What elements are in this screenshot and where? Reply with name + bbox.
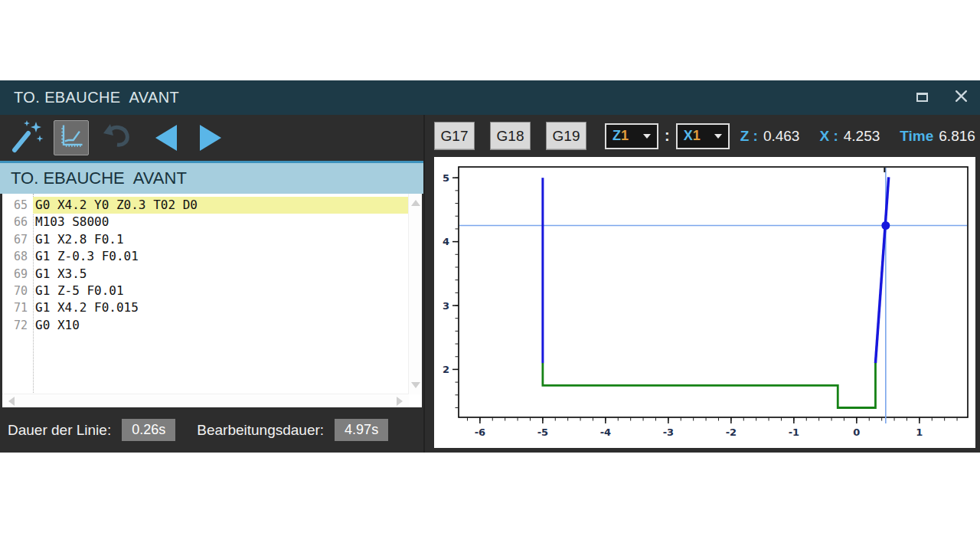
plot-border [459, 167, 968, 417]
x-tick-label: -2 [726, 427, 737, 438]
x-tick-label: 0 [853, 427, 860, 438]
code-line[interactable]: 66M103 S8000 [2, 214, 409, 230]
window-title: TO. EBAUCHE AVANT [14, 89, 179, 106]
z-position-readout: Z : 0.463 [740, 128, 800, 145]
gcode-text: G1 X3.5 [33, 266, 409, 283]
close-icon [955, 90, 968, 106]
editor-panel: TO. EBAUCHE AVANT 65G0 X4.2 Y0 Z0.3 T02 … [0, 115, 423, 453]
y-tick-label: 4 [443, 236, 449, 247]
vertical-scrollbar[interactable] [408, 194, 422, 394]
scroll-up-icon[interactable] [411, 200, 420, 206]
editor-toolbar [0, 115, 423, 161]
toolpath-chart[interactable]: -6-5-4-3-2-1012345 [434, 157, 975, 448]
scroll-right-icon[interactable] [397, 397, 403, 406]
magic-wand-button[interactable] [9, 119, 44, 157]
line-number: 68 [2, 248, 33, 265]
x-tick-label: 1 [916, 427, 923, 438]
x-tick-label: -4 [600, 427, 611, 438]
undo-button[interactable] [98, 119, 133, 157]
line-number: 67 [2, 231, 33, 248]
next-line-icon [200, 125, 221, 151]
line-duration-value: 0.26s [122, 419, 175, 441]
previous-line-button[interactable] [149, 119, 184, 157]
code-line[interactable]: 68G1 Z-0.3 F0.01 [2, 248, 409, 265]
code-line[interactable]: 71G1 X4.2 F0.015 [2, 299, 409, 316]
code-line[interactable]: 69G1 X3.5 [2, 266, 409, 283]
code-line[interactable]: 67G1 X2.8 F0.1 [2, 231, 409, 248]
viewer-toolbar: G17 G18 G19 Z1 : X1 Z : 0.463 [425, 115, 980, 157]
chart-view-button[interactable] [54, 120, 89, 155]
status-bar: Dauer der Linie: 0.26s Bearbeitungsdauer… [0, 407, 423, 453]
x-axis-select[interactable]: X1 [676, 123, 730, 149]
restore-icon [916, 90, 929, 106]
y-tick-label: 5 [443, 172, 449, 184]
gcode-editor[interactable]: 65G0 X4.2 Y0 Z0.3 T02 D066M103 S800067G1… [2, 194, 422, 407]
undo-icon [99, 119, 132, 156]
restore-button[interactable] [914, 90, 931, 106]
x-tick-label: -5 [537, 427, 548, 438]
y-tick-label: 2 [443, 364, 449, 375]
x-position-readout: X : 4.253 [819, 128, 880, 145]
chevron-down-icon [643, 134, 651, 139]
title-bar: TO. EBAUCHE AVANT [0, 80, 980, 115]
x-tick-label: -3 [663, 427, 674, 438]
plane-button-g17[interactable]: G17 [434, 122, 475, 150]
axis-separator: : [665, 127, 670, 145]
gcode-text: G1 Z-5 F0.01 [33, 283, 409, 299]
total-duration-value: 4.97s [335, 419, 388, 441]
scroll-down-icon[interactable] [411, 382, 420, 388]
plane-button-g19[interactable]: G19 [546, 122, 586, 150]
code-line[interactable]: 70G1 Z-5 F0.01 [2, 283, 409, 299]
window-controls [914, 80, 969, 115]
gcode-text: G0 X10 [33, 317, 409, 334]
gcode-text: G1 X2.8 F0.1 [33, 231, 409, 248]
line-duration-label: Dauer der Linie: [8, 422, 111, 439]
line-number: 70 [2, 283, 33, 299]
program-title: TO. EBAUCHE AVANT [11, 168, 187, 188]
chart-view-icon [56, 121, 87, 155]
y-tick-label: 3 [443, 300, 449, 312]
line-number: 72 [2, 317, 33, 334]
x-tick-label: -6 [475, 427, 485, 438]
scroll-left-icon[interactable] [8, 397, 15, 406]
code-line[interactable]: 72G0 X10 [2, 317, 409, 334]
code-line[interactable]: 65G0 X4.2 Y0 Z0.3 T02 D0 [2, 197, 409, 214]
gcode-text: G1 X4.2 F0.015 [33, 299, 409, 316]
line-number: 71 [2, 299, 33, 316]
program-header: TO. EBAUCHE AVANT [0, 161, 423, 194]
gcode-text: M103 S8000 [33, 214, 409, 230]
line-number: 65 [2, 197, 33, 214]
viewer-panel: G17 G18 G19 Z1 : X1 Z : 0.463 [423, 115, 980, 453]
code-area[interactable]: 65G0 X4.2 Y0 Z0.3 T02 D066M103 S800067G1… [2, 194, 409, 394]
desktop: TO. EBAUCHE AVANT [0, 0, 980, 536]
window-body: TO. EBAUCHE AVANT 65G0 X4.2 Y0 Z0.3 T02 … [0, 115, 980, 453]
next-line-button[interactable] [193, 119, 228, 157]
line-number: 66 [2, 214, 33, 230]
x-tick-label: -1 [789, 427, 799, 438]
line-number: 69 [2, 266, 33, 283]
close-button[interactable] [952, 90, 969, 106]
gcode-text: G0 X4.2 Y0 Z0.3 T02 D0 [33, 197, 409, 214]
plane-button-g18[interactable]: G18 [490, 122, 531, 150]
previous-line-icon [155, 125, 177, 151]
time-readout: Time 6.816 [900, 128, 975, 145]
app-window: TO. EBAUCHE AVANT [0, 80, 980, 453]
chevron-down-icon [714, 134, 722, 139]
z-axis-select[interactable]: Z1 [605, 123, 658, 149]
toolpath-chart-area: -6-5-4-3-2-1012345 [434, 157, 975, 448]
tool-position-marker [881, 221, 890, 230]
total-duration-label: Bearbeitungsdauer: [197, 422, 324, 439]
magic-wand-icon [10, 118, 44, 158]
gcode-text: G1 Z-0.3 F0.01 [33, 248, 409, 265]
horizontal-scrollbar[interactable] [2, 394, 409, 407]
